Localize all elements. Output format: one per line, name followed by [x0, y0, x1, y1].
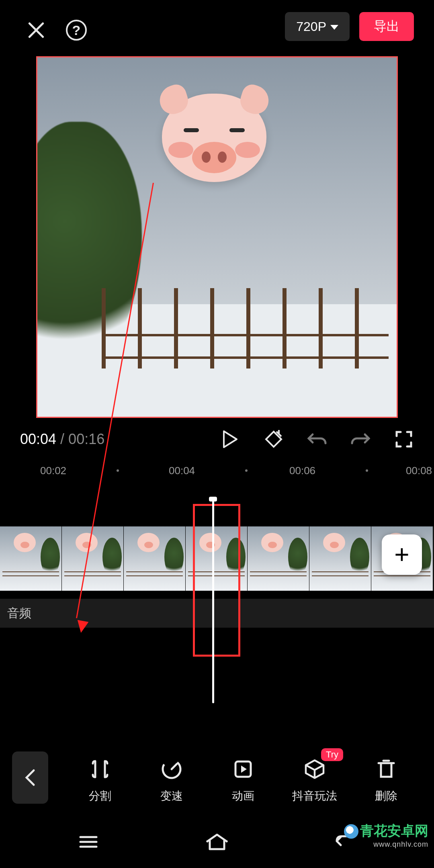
time-display: 00:04 / 00:16 [20, 431, 104, 448]
audio-track[interactable]: 音频 [0, 599, 434, 628]
nav-back-button[interactable] [332, 828, 360, 856]
animation-icon [232, 758, 254, 780]
chevron-down-icon [330, 25, 338, 30]
nav-home-button[interactable] [203, 828, 231, 856]
resolution-selector[interactable]: 720P [285, 12, 350, 41]
export-button[interactable]: 导出 [359, 12, 414, 41]
tool-split[interactable]: 分割 [64, 758, 136, 804]
cube-icon [303, 758, 326, 780]
fullscreen-icon [395, 430, 413, 448]
video-preview[interactable] [36, 56, 398, 418]
clip-thumbnail[interactable] [309, 526, 371, 591]
play-icon [222, 430, 238, 448]
ruler-dot [245, 469, 248, 472]
audio-track-label: 音频 [7, 605, 31, 622]
clip-thumbnail[interactable] [124, 526, 186, 591]
ruler-tick: 00:06 [289, 465, 315, 477]
help-button[interactable]: ? [64, 18, 88, 42]
ruler-tick: 00:02 [40, 465, 66, 477]
back-icon [334, 833, 357, 851]
fullscreen-button[interactable] [394, 429, 414, 449]
duration-time: 00:16 [68, 431, 104, 447]
toolbar-back-button[interactable] [12, 751, 48, 804]
nav-recent-button[interactable] [74, 828, 102, 856]
tool-douyin-effects[interactable]: Try 抖音玩法 [279, 758, 350, 804]
clip-thumbnail[interactable] [186, 526, 248, 591]
keyframe-icon [264, 430, 283, 448]
close-button[interactable] [24, 18, 48, 42]
system-navbar [0, 816, 434, 868]
playhead[interactable] [212, 498, 214, 703]
ruler-dot [117, 469, 119, 472]
redo-icon [350, 431, 371, 447]
split-icon [89, 758, 111, 780]
plus-icon: + [394, 540, 409, 569]
menu-icon [78, 834, 99, 850]
speed-icon [160, 758, 183, 780]
timeline[interactable]: + 音频 [0, 494, 434, 687]
tool-speed[interactable]: 变速 [136, 758, 207, 804]
tool-animation[interactable]: 动画 [207, 758, 279, 804]
clip-thumbnail[interactable] [0, 526, 62, 591]
svg-line-3 [172, 764, 177, 769]
clip-thumbnail[interactable] [62, 526, 124, 591]
clip-thumbnail[interactable] [248, 526, 309, 591]
play-button[interactable] [220, 429, 240, 449]
chevron-left-icon [24, 769, 36, 786]
trash-icon [375, 758, 397, 780]
home-icon [204, 832, 230, 852]
ruler-dot [366, 469, 368, 472]
edit-toolbar: 分割 变速 动画 Try 抖音玩法 删除 [0, 751, 434, 804]
add-clip-button[interactable]: + [382, 534, 422, 575]
pig-sticker[interactable] [158, 94, 270, 198]
ruler-tick: 00:04 [169, 465, 195, 477]
undo-icon [307, 431, 327, 447]
video-track[interactable] [0, 526, 434, 591]
redo-button[interactable] [350, 429, 371, 449]
try-badge: Try [321, 748, 343, 761]
tool-delete[interactable]: 删除 [350, 758, 422, 804]
timeline-ruler[interactable]: 00:02 00:04 00:06 00:08 [0, 460, 434, 480]
top-bar: ? 720P 导出 [0, 0, 434, 48]
current-time: 00:04 [20, 431, 56, 447]
help-icon: ? [66, 20, 87, 41]
keyframe-button[interactable] [264, 429, 284, 449]
undo-button[interactable] [307, 429, 327, 449]
close-icon [27, 21, 45, 39]
ruler-tick: 00:08 [406, 465, 432, 477]
transport-bar: 00:04 / 00:16 [0, 418, 434, 453]
resolution-label: 720P [296, 19, 326, 34]
